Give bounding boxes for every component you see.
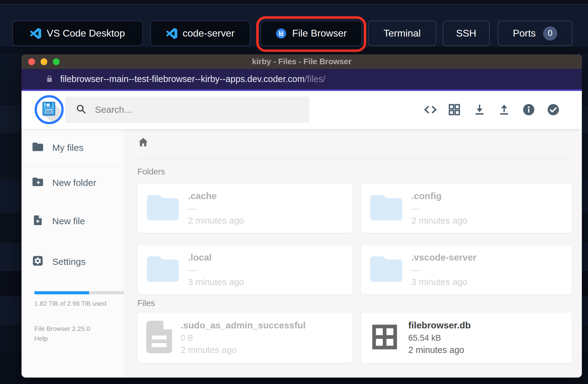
database-file-icon: [370, 322, 400, 353]
grid-view-icon[interactable]: [448, 103, 461, 116]
item-name: .config: [411, 191, 467, 201]
file-listing: Folders .cache — 2 minutes ago .config —…: [124, 129, 582, 378]
storage-progress-bar: [34, 291, 124, 294]
app-version-label: File Browser 2.25.0: [34, 325, 90, 332]
tab-terminal[interactable]: Terminal: [368, 21, 436, 46]
sidebar-item-new-file[interactable]: New file: [22, 214, 124, 229]
tab-file-browser[interactable]: File Browser: [261, 21, 362, 46]
home-breadcrumb-icon[interactable]: [137, 136, 149, 148]
item-name: .vscode-server: [411, 252, 476, 263]
tab-label: Terminal: [384, 28, 421, 39]
url-text: filebrowser--main--test-filebrowser--kir…: [60, 74, 325, 84]
minimize-window-button[interactable]: [41, 58, 47, 65]
filebrowser-icon: [276, 28, 287, 39]
item-size: —: [411, 265, 476, 275]
item-name: .cache: [188, 191, 244, 201]
item-modified: 3 minutes ago: [188, 277, 244, 287]
tab-label: SSH: [456, 28, 476, 39]
sidebar-item-settings[interactable]: Settings: [22, 254, 124, 269]
file-card-sudo-as-admin-successful[interactable]: .sudo_as_admin_successful 0 B 2 minutes …: [137, 312, 352, 363]
vscode-icon: [30, 28, 41, 39]
url-path: /files/: [305, 74, 326, 84]
app-body: My files New folder New file Settings: [22, 129, 582, 378]
close-window-button[interactable]: [28, 58, 35, 65]
app-header: [22, 91, 582, 129]
item-name: .sudo_as_admin_successful: [181, 320, 306, 331]
gear-icon: [32, 255, 44, 269]
sidebar-item-label: New folder: [52, 178, 96, 188]
folder-card-config[interactable]: .config — 2 minutes ago: [361, 183, 572, 233]
item-modified: 2 minutes ago: [181, 345, 306, 355]
tab-vscode-desktop[interactable]: VS Code Desktop: [12, 21, 143, 46]
info-icon[interactable]: [522, 103, 535, 116]
search-bar[interactable]: [65, 96, 309, 123]
item-modified: 2 minutes ago: [411, 216, 467, 226]
download-icon[interactable]: [473, 103, 486, 116]
vscode-icon: [166, 28, 177, 39]
filebrowser-logo[interactable]: [34, 95, 64, 124]
breadcrumb-divider: [137, 158, 572, 159]
tab-ports[interactable]: Ports 0: [498, 21, 572, 46]
sidebar: My files New folder New file Settings: [22, 129, 124, 378]
sidebar-item-label: My files: [52, 143, 84, 153]
folder-card-vscode-server[interactable]: .vscode-server — 3 minutes ago: [361, 245, 572, 295]
folder-icon: [370, 194, 403, 223]
file-plus-icon: [32, 214, 44, 228]
section-heading-folders: Folders: [137, 167, 165, 177]
sidebar-divider: [22, 167, 118, 167]
section-heading-files: Files: [137, 299, 155, 308]
top-strip: [0, 0, 588, 4]
search-input[interactable]: [94, 104, 303, 115]
help-link[interactable]: Help: [34, 335, 48, 342]
item-modified: 2 minutes ago: [408, 345, 471, 355]
tab-label: code-server: [183, 28, 235, 39]
tab-code-server[interactable]: code-server: [150, 21, 250, 46]
select-all-icon[interactable]: [547, 103, 560, 116]
sidebar-item-label: Settings: [52, 257, 85, 267]
item-size: —: [411, 204, 467, 214]
item-size: 0 B: [181, 333, 306, 343]
folder-icon: [370, 255, 403, 284]
item-size: —: [188, 265, 244, 275]
desktop: VS Code Desktop code-server File Browser…: [0, 0, 588, 384]
tab-label: VS Code Desktop: [47, 28, 125, 39]
folder-plus-icon: [32, 177, 44, 189]
sidebar-item-new-folder[interactable]: New folder: [22, 175, 124, 190]
sidebar-item-label: New file: [52, 216, 85, 226]
tab-label: File Browser: [292, 28, 347, 39]
storage-usage-label: 1.82 TiB of 2.98 TiB used: [34, 300, 107, 307]
folder-card-cache[interactable]: .cache — 2 minutes ago: [137, 183, 352, 233]
item-size: 65.54 kB: [408, 333, 471, 343]
storage-progress-fill: [34, 291, 89, 294]
folder-card-local[interactable]: .local — 3 minutes ago: [137, 245, 352, 295]
tab-ssh[interactable]: SSH: [443, 21, 490, 46]
lock-icon: [45, 74, 53, 84]
item-name: filebrowser.db: [408, 320, 471, 331]
window-title: kirby - Files - File Browser: [22, 57, 582, 66]
tab-label: Ports: [513, 28, 536, 39]
address-bar[interactable]: filebrowser--main--test-filebrowser--kir…: [22, 69, 582, 91]
folder-icon: [32, 142, 44, 154]
search-icon: [76, 104, 86, 116]
item-size: —: [188, 204, 244, 214]
item-modified: 3 minutes ago: [411, 277, 476, 287]
file-browser-window: kirby - Files - File Browser filebrowser…: [22, 54, 582, 378]
ports-count-badge: 0: [543, 26, 557, 41]
window-titlebar[interactable]: kirby - Files - File Browser: [22, 54, 582, 69]
folder-icon: [146, 194, 179, 223]
folder-icon: [146, 255, 179, 284]
sidebar-item-my-files[interactable]: My files: [22, 140, 124, 155]
zoom-window-button[interactable]: [53, 58, 60, 65]
code-view-icon[interactable]: [424, 103, 437, 116]
file-card-filebrowser-db[interactable]: filebrowser.db 65.54 kB 2 minutes ago: [361, 312, 572, 363]
app-tab-bar: VS Code Desktop code-server File Browser…: [0, 0, 588, 46]
item-name: .local: [188, 252, 244, 263]
upload-icon[interactable]: [497, 103, 511, 116]
document-icon: [146, 321, 172, 355]
item-modified: 2 minutes ago: [188, 216, 244, 226]
